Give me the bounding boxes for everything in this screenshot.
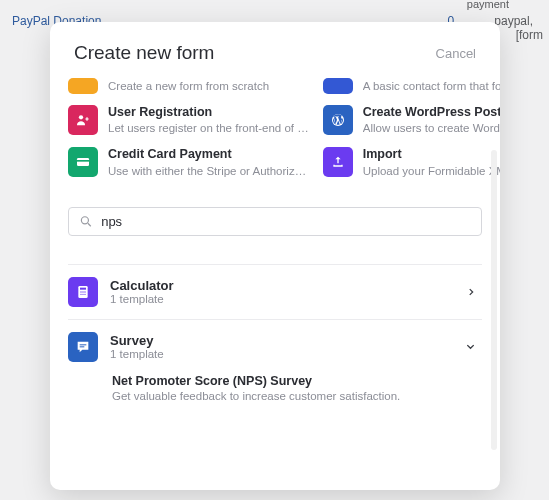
template-blank[interactable]: Create a new form from scratch: [68, 78, 309, 94]
template-desc: Upload your Formidable XML or CSV …: [363, 163, 500, 179]
calculator-icon: [68, 277, 98, 307]
bg-payment-label: payment: [467, 0, 509, 10]
template-credit-card[interactable]: Credit Card Payment Use with either the …: [68, 146, 309, 178]
category-sub: 1 template: [110, 348, 453, 360]
svg-point-8: [80, 291, 81, 292]
template-grid: Create a new form from scratch A basic c…: [68, 78, 482, 179]
sub-template-title: Net Promoter Score (NPS) Survey: [112, 374, 482, 388]
sub-template-desc: Get valuable feedback to increase custom…: [112, 390, 482, 402]
svg-rect-2: [77, 158, 89, 166]
search-icon: [79, 214, 93, 229]
svg-point-13: [84, 293, 85, 294]
template-desc: Allow users to create WordPress post…: [363, 120, 500, 136]
template-import[interactable]: Import Upload your Formidable XML or CSV…: [323, 146, 500, 178]
svg-point-4: [81, 217, 88, 224]
template-desc: A basic contact form that for any Wor…: [363, 78, 500, 94]
upload-icon: [323, 147, 353, 177]
svg-rect-7: [80, 287, 86, 289]
template-title: Credit Card Payment: [108, 146, 309, 162]
bg-form-label: [form: [516, 28, 543, 42]
svg-point-0: [79, 115, 83, 119]
credit-card-icon: [68, 147, 98, 177]
contact-icon: [323, 78, 353, 94]
wordpress-icon: [323, 105, 353, 135]
modal-header: Create new form Cancel: [50, 22, 500, 78]
svg-rect-15: [80, 346, 85, 347]
template-desc: Create a new form from scratch: [108, 78, 309, 94]
category-survey[interactable]: Survey 1 template: [68, 319, 482, 374]
template-title: Create WordPress Post: [363, 104, 500, 120]
svg-point-12: [82, 293, 83, 294]
svg-rect-14: [80, 344, 87, 345]
search-input-wrap[interactable]: [68, 207, 482, 236]
template-user-registration[interactable]: User Registration Let users register on …: [68, 104, 309, 136]
create-form-modal: Create new form Cancel Create a new form…: [50, 22, 500, 490]
template-desc: Let users register on the front-end of …: [108, 120, 309, 136]
chevron-down-icon: [465, 338, 482, 355]
search-input[interactable]: [101, 214, 471, 229]
bg-row-tag: paypal,: [494, 14, 537, 28]
template-contact[interactable]: A basic contact form that for any Wor…: [323, 78, 500, 94]
template-wordpress-post[interactable]: Create WordPress Post Allow users to cre…: [323, 104, 500, 136]
template-title: Import: [363, 146, 500, 162]
template-desc: Use with either the Stripe or Authoriz…: [108, 163, 309, 179]
template-title: User Registration: [108, 104, 309, 120]
category-title: Calculator: [110, 278, 454, 293]
category-sub: 1 template: [110, 293, 454, 305]
template-nps-survey[interactable]: Net Promoter Score (NPS) Survey Get valu…: [68, 374, 482, 416]
svg-point-10: [84, 291, 85, 292]
cancel-button[interactable]: Cancel: [436, 46, 476, 61]
user-plus-icon: [68, 105, 98, 135]
modal-title: Create new form: [74, 42, 214, 64]
category-title: Survey: [110, 333, 453, 348]
svg-rect-3: [77, 160, 89, 162]
blank-icon: [68, 78, 98, 94]
chevron-right-icon: [466, 283, 482, 300]
scrollbar[interactable]: [491, 150, 497, 450]
svg-line-5: [88, 223, 91, 226]
category-calculator[interactable]: Calculator 1 template: [68, 264, 482, 319]
svg-point-9: [82, 291, 83, 292]
chat-icon: [68, 332, 98, 362]
modal-body: Create a new form from scratch A basic c…: [50, 78, 500, 490]
svg-point-11: [80, 293, 81, 294]
